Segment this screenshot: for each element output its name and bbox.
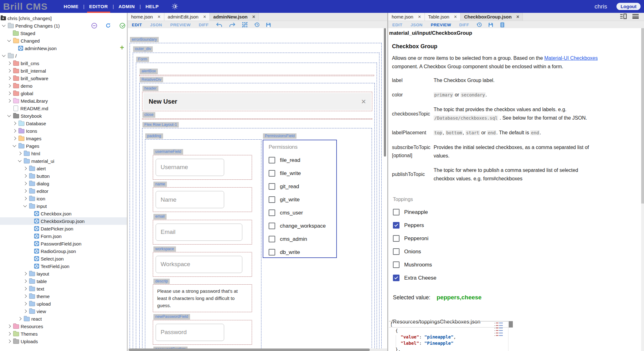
component-chip-name[interactable]: name bbox=[153, 182, 167, 187]
component-chip-usernameField[interactable]: usernameField bbox=[153, 149, 183, 154]
redo-icon[interactable] bbox=[229, 23, 236, 27]
toolbar-button-diff[interactable]: DIFF bbox=[459, 23, 469, 27]
tab-close-icon[interactable]: × bbox=[157, 14, 160, 19]
toolbar-button-preview[interactable]: PREVIEW bbox=[431, 23, 451, 27]
chevron-right-icon[interactable] bbox=[7, 91, 11, 95]
json-source-viewer[interactable]: [ { "value": "pineapple", "label": "Pine… bbox=[389, 321, 513, 351]
usernameField-input[interactable] bbox=[156, 159, 224, 176]
tree-item-table[interactable]: table bbox=[0, 277, 127, 285]
tree-item-select-json[interactable]: Select.json bbox=[0, 255, 127, 262]
checkbox-unchecked-icon[interactable] bbox=[269, 209, 275, 216]
close-icon[interactable]: × bbox=[361, 97, 366, 106]
tab-close-icon[interactable]: × bbox=[418, 14, 421, 19]
checkbox-unchecked-icon[interactable] bbox=[269, 236, 275, 242]
material-ui-checkboxes-link[interactable]: Material-UI Checkboxes bbox=[544, 55, 598, 61]
chevron-right-icon[interactable] bbox=[18, 152, 21, 155]
chevron-down-icon[interactable] bbox=[2, 23, 5, 27]
checkbox-unchecked-icon[interactable] bbox=[393, 209, 399, 215]
checkbox-unchecked-icon[interactable] bbox=[269, 249, 275, 256]
permission-option-file_write[interactable]: file_write bbox=[269, 170, 336, 177]
tree-item-passwordfield-json[interactable]: PasswordField.json bbox=[0, 240, 127, 247]
component-chip-outer_div[interactable]: outer_div bbox=[133, 46, 153, 52]
newPasswordField-input[interactable] bbox=[156, 324, 224, 341]
editor-scrollbar[interactable] bbox=[509, 321, 513, 328]
tree-item-react[interactable]: react bbox=[0, 315, 127, 323]
tree-item-icons[interactable]: Icons bbox=[0, 127, 127, 135]
chevron-right-icon[interactable] bbox=[23, 197, 27, 200]
tree-item-icon[interactable]: icon bbox=[0, 195, 127, 202]
tree-item-checkboxgroup-json[interactable]: CheckboxGroup.json bbox=[0, 217, 127, 225]
toolbar-button-edit[interactable]: EDIT bbox=[132, 23, 142, 27]
chevron-right-icon[interactable] bbox=[23, 294, 27, 298]
tree-item-changed[interactable]: Changed bbox=[0, 37, 127, 44]
topping-option-peppers[interactable]: Peppers bbox=[393, 222, 644, 229]
tree-item-medialibrary[interactable]: MediaLibrary bbox=[0, 97, 127, 105]
menu-item-admin[interactable]: ADMIN bbox=[119, 0, 135, 13]
tree-item-textfield-json[interactable]: TextField.json bbox=[0, 262, 127, 270]
tree-item-global[interactable]: global bbox=[0, 90, 127, 97]
checkbox-unchecked-icon[interactable] bbox=[269, 196, 275, 203]
tab-home-json[interactable]: home.json× bbox=[388, 13, 425, 21]
tree-item-uploads[interactable]: Uploads bbox=[0, 338, 127, 345]
permission-option-git_write[interactable]: git_write bbox=[269, 196, 336, 203]
tree-item-theme[interactable]: theme bbox=[0, 292, 127, 300]
grid-off-icon[interactable] bbox=[242, 22, 248, 28]
checkbox-unchecked-icon[interactable] bbox=[393, 261, 399, 268]
tree-item-staged[interactable]: Staged bbox=[0, 29, 127, 37]
component-chip-header[interactable]: header bbox=[142, 86, 158, 91]
tree-item-radiogroup-json[interactable]: RadioGroup.json bbox=[0, 247, 127, 255]
list-icon[interactable] bbox=[500, 22, 505, 28]
tab-table-json[interactable]: Table.json× bbox=[425, 13, 461, 21]
save-icon[interactable] bbox=[488, 22, 493, 28]
editor-horizontal-scrollbar[interactable] bbox=[129, 348, 370, 351]
permission-option-cms_admin[interactable]: cms_admin bbox=[269, 236, 336, 242]
permission-option-db_write[interactable]: db_write bbox=[269, 249, 336, 256]
email-input[interactable] bbox=[156, 224, 242, 241]
chevron-right-icon[interactable] bbox=[23, 174, 27, 178]
chevron-right-icon[interactable] bbox=[7, 99, 11, 102]
tree-item-checkbox-json[interactable]: Checkbox.json bbox=[0, 210, 127, 217]
tree-item-images[interactable]: Images bbox=[0, 135, 127, 142]
undo-icon[interactable] bbox=[216, 23, 223, 27]
chevron-down-icon[interactable] bbox=[18, 158, 21, 162]
menu-item-home[interactable]: HOME bbox=[64, 0, 78, 13]
tab-close-icon[interactable]: × bbox=[252, 14, 255, 19]
outer_div-outline[interactable]: Form alertBox RelativeDiv header New Use… bbox=[133, 53, 379, 348]
tree-item-resources[interactable]: Resources bbox=[0, 323, 127, 330]
tab-close-icon[interactable]: × bbox=[516, 14, 519, 19]
tree-item-layout[interactable]: layout bbox=[0, 270, 127, 277]
tree-item-input[interactable]: input bbox=[0, 202, 127, 210]
tree-item-brill-internal[interactable]: brill_internal bbox=[0, 67, 127, 75]
tab-adminnew-json[interactable]: adminNew.json× bbox=[210, 13, 259, 21]
errorBoundary-outline[interactable]: outer_div Form alertBox RelativeDiv head… bbox=[130, 43, 382, 348]
split-view-icon[interactable] bbox=[620, 13, 627, 20]
chevron-right-icon[interactable] bbox=[13, 137, 16, 140]
chevron-down-icon[interactable] bbox=[7, 113, 11, 117]
checkbox-unchecked-icon[interactable] bbox=[393, 235, 399, 242]
tree-item-pages[interactable]: Pages bbox=[0, 142, 127, 150]
tree-item-view[interactable]: view bbox=[0, 307, 127, 315]
tab-close-icon[interactable]: × bbox=[454, 14, 457, 19]
component-chip-workspace[interactable]: workspace bbox=[153, 246, 176, 252]
chevron-down-icon[interactable] bbox=[23, 204, 27, 207]
flex-row-outline[interactable]: padding usernameFieldnameemailworkspaced… bbox=[142, 128, 372, 348]
checkbox-checked-icon[interactable] bbox=[393, 222, 399, 229]
editor-vertical-scrollbar[interactable] bbox=[384, 28, 386, 157]
tree-item-button[interactable]: button bbox=[0, 172, 127, 180]
topping-option-mushrooms[interactable]: Mushrooms bbox=[393, 261, 644, 268]
component-chip-alertBox[interactable]: alertBox bbox=[140, 69, 158, 74]
checkbox-checked-icon[interactable] bbox=[393, 275, 399, 281]
menu-item-help[interactable]: HELP bbox=[146, 0, 159, 13]
chevron-right-icon[interactable] bbox=[23, 182, 27, 185]
toolbar-button-edit[interactable]: EDIT bbox=[392, 23, 402, 27]
tree-item-database[interactable]: Database bbox=[0, 120, 127, 127]
history-icon[interactable] bbox=[476, 22, 482, 28]
component-chip-close[interactable]: close bbox=[142, 112, 155, 117]
tree-item-upload[interactable]: upload bbox=[0, 300, 127, 307]
chevron-right-icon[interactable] bbox=[23, 279, 27, 283]
tree-item-alert[interactable]: alert bbox=[0, 165, 127, 172]
tree-item-dialog[interactable]: dialog bbox=[0, 180, 127, 187]
preview-scrollbar[interactable] bbox=[641, 28, 644, 204]
chevron-right-icon[interactable] bbox=[13, 121, 16, 125]
tree-item-editor[interactable]: editor bbox=[0, 187, 127, 195]
